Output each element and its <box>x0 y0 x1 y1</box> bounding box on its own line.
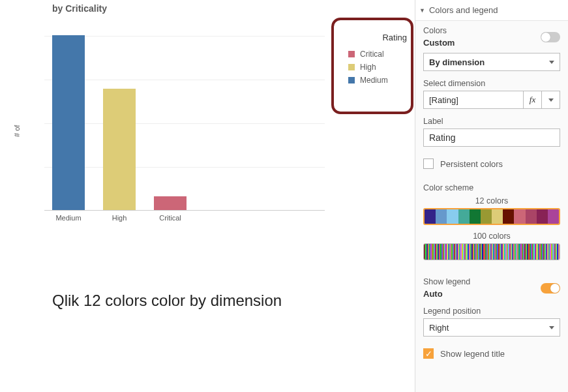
show-legend-toggle[interactable] <box>541 283 560 294</box>
scheme-100-label: 100 colors <box>423 232 560 241</box>
color-scheme-12[interactable] <box>423 208 560 225</box>
legend-swatch <box>348 64 355 70</box>
legend-item-critical[interactable]: Critical <box>346 48 411 61</box>
legend-item-label: High <box>360 63 376 72</box>
colors-label: Colors <box>423 26 455 35</box>
caption-text: Qlik 12 colors color by dimension <box>52 291 282 310</box>
show-legend-label: Show legend <box>423 277 470 286</box>
label-input[interactable]: Rating <box>423 128 560 147</box>
bar-label-critical: Critical <box>147 214 193 222</box>
fx-icon: fx <box>530 95 535 105</box>
panel-section-colors-legend[interactable]: ▼ Colors and legend <box>415 0 568 21</box>
bar-label-high: High <box>97 214 142 222</box>
chart-plot <box>44 36 325 211</box>
show-legend-title-checkbox[interactable]: ✓ <box>423 348 434 359</box>
input-value: Rating <box>429 132 455 143</box>
select-value: [Rating] <box>429 95 458 105</box>
chevron-down-icon: ▼ <box>419 7 425 14</box>
chart-title: by Criticality <box>52 3 107 14</box>
select-dimension-field[interactable]: [Rating] <box>423 91 524 109</box>
select-value: Right <box>429 323 449 333</box>
bar-high[interactable] <box>103 89 136 210</box>
y-axis-label: # of <box>13 125 21 137</box>
legend-position-label: Legend position <box>423 307 560 316</box>
properties-panel: ▼ Colors and legend Colors Custom By dim… <box>415 0 568 392</box>
legend-swatch <box>348 77 355 83</box>
legend-item-label: Critical <box>360 50 384 59</box>
dimension-dropdown-button[interactable] <box>542 91 560 109</box>
color-by-select[interactable]: By dimension <box>423 53 560 71</box>
select-dimension-label: Select dimension <box>423 79 560 88</box>
bar-critical[interactable] <box>154 196 187 210</box>
scheme-12-label: 12 colors <box>423 196 560 205</box>
color-scheme-label: Color scheme <box>423 183 560 192</box>
colors-custom-toggle[interactable] <box>541 32 560 42</box>
label-heading: Label <box>423 117 560 126</box>
bar-medium[interactable] <box>52 35 85 210</box>
persistent-colors-label: Persistent colors <box>440 159 503 169</box>
legend-item-label: Medium <box>360 76 388 85</box>
legend-item-medium[interactable]: Medium <box>346 74 411 87</box>
chevron-down-icon <box>549 326 554 329</box>
panel-header-label: Colors and legend <box>429 5 498 15</box>
chevron-down-icon <box>549 61 554 64</box>
chevron-down-icon <box>548 98 554 102</box>
legend-item-high[interactable]: High <box>346 61 411 74</box>
show-legend-value: Auto <box>423 289 470 299</box>
legend-swatch <box>348 51 355 57</box>
show-legend-title-label: Show legend title <box>440 349 505 359</box>
bar-label-medium: Medium <box>46 214 91 222</box>
colors-mode-value: Custom <box>423 38 455 48</box>
select-value: By dimension <box>429 57 485 67</box>
chart-legend: Rating Critical High Medium <box>346 33 411 87</box>
legend-position-select[interactable]: Right <box>423 318 560 337</box>
fx-button[interactable]: fx <box>524 91 542 109</box>
persistent-colors-checkbox[interactable] <box>423 158 434 169</box>
legend-title: Rating <box>346 33 411 42</box>
color-scheme-100[interactable] <box>423 243 560 260</box>
